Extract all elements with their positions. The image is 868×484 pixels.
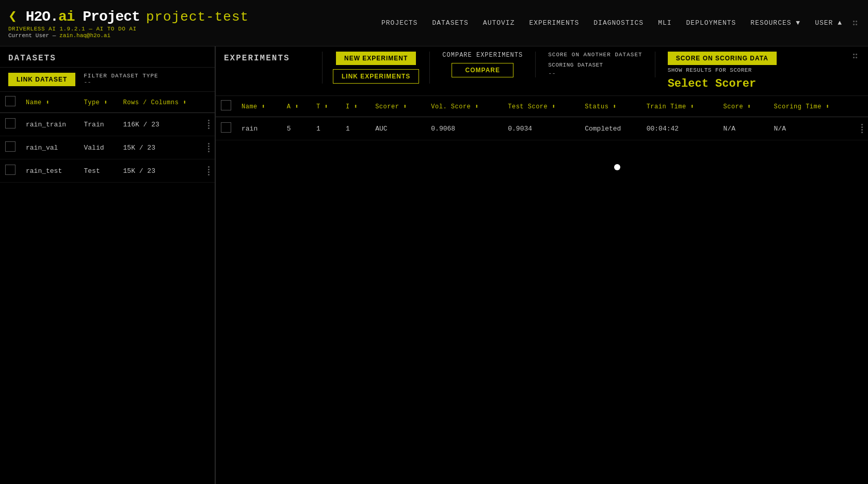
compare-experiments-label: COMPARE EXPERIMENTS — [442, 52, 523, 59]
link-experiments-button[interactable]: LINK EXPERIMENTS — [333, 69, 419, 84]
table-row[interactable]: rain 5 1 1 AUC 0.9068 0.9034 Completed 0… — [216, 117, 868, 140]
nav-diagnostics[interactable]: DIAGNOSTICS — [593, 19, 644, 27]
exp-select-all-checkbox[interactable] — [221, 100, 231, 110]
datasets-table: Name ⬍ Type ⬍ Rows / Columns ⬍ rain_trai… — [0, 92, 215, 183]
exp-col-actions — [856, 96, 868, 117]
exp-name-cell[interactable]: rain — [236, 117, 282, 140]
score-on-scoring-data-button[interactable]: SCORE ON SCORING DATA — [668, 52, 777, 65]
exp-select-all-header[interactable] — [216, 96, 236, 117]
exp-col-scorer[interactable]: Scorer ⬍ — [370, 96, 426, 117]
row-checkbox[interactable] — [5, 165, 15, 175]
exp-col-test-score[interactable]: Test Score ⬍ — [503, 96, 580, 117]
exp-i-cell: 1 — [341, 117, 370, 140]
select-scorer-label[interactable]: Select Scorer — [668, 77, 757, 90]
compare-section: COMPARE EXPERIMENTS COMPARE — [430, 52, 536, 77]
datasets-title: DATASETS — [8, 54, 56, 63]
dataset-type-cell: Train — [79, 113, 118, 136]
row-checkbox[interactable] — [5, 118, 15, 128]
nav-datasets[interactable]: DATASETS — [432, 19, 468, 27]
show-results-label: SHOW RESULTS FOR SCORER — [668, 67, 752, 73]
nav-autoviz[interactable]: AUTOVIZ — [483, 19, 515, 27]
dataset-rowscols-cell: 15K / 23 — [118, 136, 203, 159]
exp-col-status[interactable]: Status ⬍ — [580, 96, 641, 117]
row-menu-icon[interactable] — [208, 166, 210, 175]
dataset-rowscols-cell: 116K / 23 — [118, 113, 203, 136]
row-checkbox-cell[interactable] — [0, 136, 21, 159]
compare-button[interactable]: COMPARE — [452, 63, 513, 77]
datasets-toolbar: LINK DATASET FILTER DATASET TYPE -- — [0, 68, 215, 92]
brand-title: ❮ H2O.ai Project project-test — [8, 7, 249, 25]
experiments-table: Name ⬍ A ⬍ T ⬍ I ⬍ Scorer ⬍ Vol. Score ⬍… — [216, 96, 868, 140]
exp-col-i[interactable]: I ⬍ — [341, 96, 370, 117]
exp-a-cell: 5 — [282, 117, 311, 140]
dataset-type-cell: Test — [79, 159, 118, 183]
nav-resources[interactable]: RESOURCES ▼ — [750, 19, 800, 27]
row-checkbox[interactable] — [5, 141, 15, 152]
dataset-actions-cell[interactable] — [203, 113, 215, 136]
exp-test-score-cell: 0.9034 — [503, 117, 580, 140]
datasets-table-header-row: Name ⬍ Type ⬍ Rows / Columns ⬍ — [0, 92, 215, 113]
experiments-panel: EXPERIMENTS NEW EXPERIMENT LINK EXPERIME… — [216, 46, 868, 484]
filter-section: FILTER DATASET TYPE -- — [84, 73, 158, 86]
scoring-dataset-label: SCORING DATASET — [548, 62, 642, 68]
table-row[interactable]: rain_test Test 15K / 23 — [0, 159, 215, 183]
datasets-col-type[interactable]: Type ⬍ — [79, 92, 118, 113]
link-dataset-button[interactable]: LINK DATASET — [8, 73, 75, 86]
nav-user-menu[interactable]: USER ▲ — [815, 19, 842, 27]
row-checkbox-cell[interactable] — [0, 113, 21, 136]
dataset-type-cell: Valid — [79, 136, 118, 159]
window-resize-handle[interactable] — [850, 19, 860, 27]
table-row[interactable]: rain_val Valid 15K / 23 — [0, 136, 215, 159]
nav-experiments[interactable]: EXPERIMENTS — [529, 19, 579, 27]
filter-label: FILTER DATASET TYPE — [84, 73, 158, 79]
new-experiment-section: NEW EXPERIMENT LINK EXPERIMENTS — [322, 52, 430, 84]
exp-actions-cell[interactable] — [856, 117, 868, 140]
exp-col-t[interactable]: T ⬍ — [311, 96, 341, 117]
exp-row-checkbox[interactable] — [221, 122, 231, 133]
datasets-select-all-header[interactable] — [0, 92, 21, 113]
datasets-panel: DATASETS LINK DATASET FILTER DATASET TYP… — [0, 46, 216, 484]
exp-col-train-time[interactable]: Train Time ⬍ — [641, 96, 718, 117]
datasets-col-name[interactable]: Name ⬍ — [21, 92, 79, 113]
experiments-title: EXPERIMENTS — [224, 54, 290, 63]
dataset-name-cell[interactable]: rain_test — [21, 159, 79, 183]
row-menu-icon[interactable] — [208, 120, 210, 129]
experiments-title-section: EXPERIMENTS — [224, 52, 317, 63]
exp-row-checkbox-cell[interactable] — [216, 117, 236, 140]
dataset-name-cell[interactable]: rain_val — [21, 136, 79, 159]
dataset-actions-cell[interactable] — [203, 136, 215, 159]
nav-links: PROJECTS DATASETS AUTOVIZ EXPERIMENTS DI… — [381, 19, 842, 27]
dataset-actions-cell[interactable] — [203, 159, 215, 183]
exp-status-cell: Completed — [580, 117, 641, 140]
exp-scoring-time-cell: N/A — [769, 117, 856, 140]
exp-col-vol-score[interactable]: Vol. Score ⬍ — [426, 96, 503, 117]
nav-deployments[interactable]: DEPLOYMENTS — [686, 19, 736, 27]
datasets-col-rows-cols[interactable]: Rows / Columns ⬍ — [118, 92, 203, 113]
panel-resize-handle[interactable] — [850, 52, 860, 60]
table-row[interactable]: rain_train Train 116K / 23 — [0, 113, 215, 136]
exp-col-scoring-time[interactable]: Scoring Time ⬍ — [769, 96, 856, 117]
nav-projects[interactable]: PROJECTS — [381, 19, 417, 27]
main-layout: DATASETS LINK DATASET FILTER DATASET TYP… — [0, 46, 868, 484]
scoring-dataset-value: -- — [548, 70, 642, 77]
row-menu-icon[interactable] — [208, 143, 210, 152]
score-on-dataset-section: SCORE ON ANOTHER DATASET SCORING DATASET… — [536, 52, 655, 77]
experiments-table-container: Name ⬍ A ⬍ T ⬍ I ⬍ Scorer ⬍ Vol. Score ⬍… — [216, 96, 868, 484]
brand-user: Current User — zain.haq@h2o.ai — [8, 33, 249, 39]
exp-col-score[interactable]: Score ⬍ — [718, 96, 769, 117]
exp-col-a[interactable]: A ⬍ — [282, 96, 311, 117]
exp-t-cell: 1 — [311, 117, 341, 140]
new-experiment-button[interactable]: NEW EXPERIMENT — [336, 52, 416, 65]
select-all-checkbox[interactable] — [5, 96, 15, 106]
filter-value: -- — [84, 79, 158, 86]
brand-logo: ❮ H2O.ai Project — [8, 7, 140, 25]
score-on-another-label: SCORE ON ANOTHER DATASET — [548, 52, 642, 58]
row-checkbox-cell[interactable] — [0, 159, 21, 183]
user-email-link[interactable]: zain.haq@h2o.ai — [59, 33, 110, 39]
exp-col-name[interactable]: Name ⬍ — [236, 96, 282, 117]
brand-project: project-test — [146, 9, 249, 25]
nav-mli[interactable]: MLI — [658, 19, 671, 27]
exp-row-menu-icon[interactable] — [861, 124, 863, 133]
datasets-table-container: Name ⬍ Type ⬍ Rows / Columns ⬍ rain_trai… — [0, 92, 215, 484]
dataset-name-cell[interactable]: rain_train — [21, 113, 79, 136]
